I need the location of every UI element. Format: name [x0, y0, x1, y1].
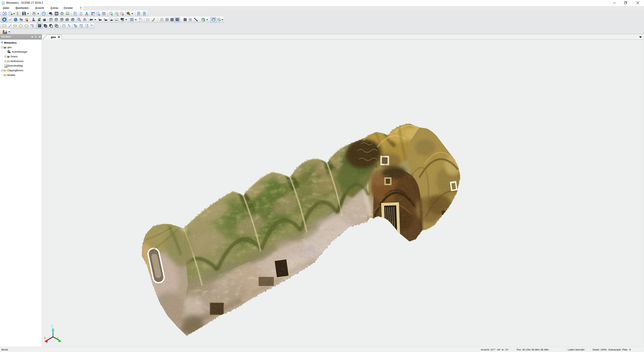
svg-text:Z: Z [51, 325, 52, 328]
svg-text:X: X [44, 337, 46, 340]
svg-text:S: S [2, 2, 4, 4]
svg-text:Y: Y [57, 337, 59, 340]
svg-text:3D: 3D [55, 12, 58, 15]
svg-text:S: S [4, 12, 5, 15]
svg-text:geo: geo [51, 35, 56, 39]
svg-text:?: ? [43, 12, 44, 15]
svg-text:S: S [1, 41, 3, 44]
